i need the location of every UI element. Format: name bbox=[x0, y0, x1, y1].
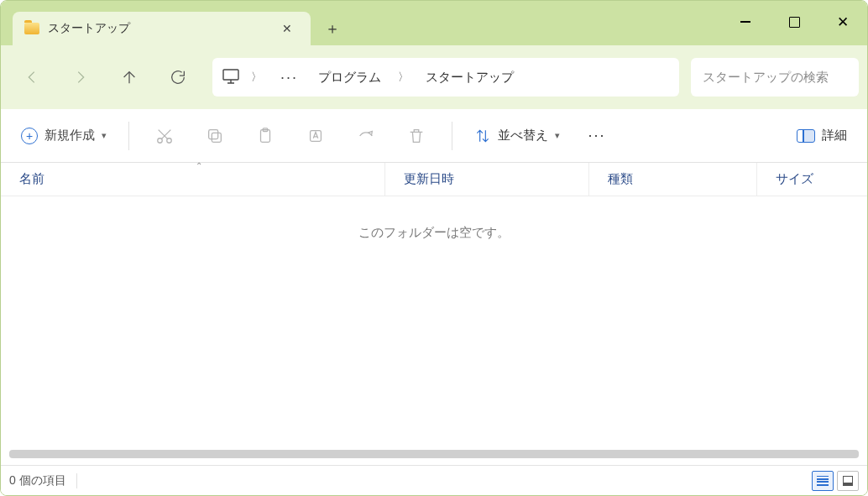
window-controls: ✕ bbox=[721, 1, 867, 43]
toolbar: + 新規作成 ▾ 並べ替え ▾ ··· 詳細 bbox=[1, 109, 867, 163]
forward-button[interactable] bbox=[58, 60, 103, 95]
new-tab-button[interactable]: ＋ bbox=[314, 12, 351, 45]
details-pane-label: 詳細 bbox=[822, 128, 847, 144]
pc-icon bbox=[221, 68, 241, 87]
status-separator bbox=[76, 473, 77, 488]
breadcrumb-item[interactable]: プログラム bbox=[311, 70, 388, 86]
details-view-button[interactable] bbox=[812, 471, 834, 491]
navigation-bar: 〉 ··· プログラム 〉 スタートアップ スタートアップの検索 bbox=[1, 45, 867, 109]
details-pane-button[interactable]: 詳細 bbox=[787, 119, 857, 153]
item-count: 0 個の項目 bbox=[9, 473, 66, 488]
breadcrumb-item[interactable]: スタートアップ bbox=[419, 70, 520, 86]
file-list-area[interactable]: このフォルダーは空です。 bbox=[1, 196, 867, 465]
svg-rect-3 bbox=[212, 133, 221, 142]
view-toggle bbox=[812, 471, 859, 491]
sort-button[interactable]: 並べ替え ▾ bbox=[464, 119, 570, 153]
share-button[interactable] bbox=[342, 119, 390, 153]
tab-title: スタートアップ bbox=[48, 21, 267, 36]
close-window-button[interactable]: ✕ bbox=[818, 1, 867, 43]
toolbar-separator bbox=[128, 122, 129, 150]
minimize-button[interactable] bbox=[721, 1, 770, 43]
status-bar: 0 個の項目 bbox=[1, 465, 867, 495]
tab-active[interactable]: スタートアップ ✕ bbox=[13, 12, 311, 45]
breadcrumb[interactable]: 〉 ··· プログラム 〉 スタートアップ bbox=[212, 58, 679, 97]
refresh-button[interactable] bbox=[155, 60, 201, 95]
plus-circle-icon: + bbox=[21, 128, 38, 144]
thumbnail-view-button[interactable] bbox=[837, 471, 859, 491]
copy-button[interactable] bbox=[191, 119, 238, 153]
tab-close-button[interactable]: ✕ bbox=[275, 17, 299, 40]
chevron-right-icon[interactable]: 〉 bbox=[246, 70, 267, 85]
column-headers: ⌃ 名前 更新日時 種類 サイズ bbox=[1, 163, 867, 196]
column-size[interactable]: サイズ bbox=[757, 163, 867, 196]
chevron-down-icon: ▾ bbox=[102, 130, 107, 141]
empty-folder-message: このフォルダーは空です。 bbox=[1, 225, 867, 241]
horizontal-scrollbar[interactable] bbox=[9, 450, 859, 458]
sort-indicator-icon: ⌃ bbox=[196, 161, 202, 170]
svg-rect-0 bbox=[223, 70, 238, 80]
column-name[interactable]: 名前 bbox=[1, 163, 385, 196]
details-pane-icon bbox=[797, 129, 815, 143]
delete-button[interactable] bbox=[393, 119, 440, 153]
paste-button[interactable] bbox=[242, 119, 289, 153]
search-input[interactable]: スタートアップの検索 bbox=[691, 58, 859, 97]
search-placeholder: スタートアップの検索 bbox=[703, 70, 829, 86]
cut-button[interactable] bbox=[141, 119, 188, 153]
chevron-down-icon: ▾ bbox=[555, 130, 560, 141]
new-button-label: 新規作成 bbox=[44, 128, 95, 144]
folder-icon bbox=[24, 23, 39, 34]
maximize-button[interactable] bbox=[770, 1, 818, 43]
sort-button-label: 並べ替え bbox=[498, 128, 548, 144]
column-modified[interactable]: 更新日時 bbox=[385, 163, 589, 196]
up-button[interactable] bbox=[107, 60, 152, 95]
chevron-right-icon[interactable]: 〉 bbox=[393, 70, 414, 85]
toolbar-separator bbox=[452, 122, 452, 150]
new-button[interactable]: + 新規作成 ▾ bbox=[11, 119, 117, 153]
column-type[interactable]: 種類 bbox=[589, 163, 757, 196]
titlebar: スタートアップ ✕ ＋ ✕ bbox=[1, 1, 867, 45]
more-button[interactable]: ··· bbox=[573, 119, 620, 153]
rename-button[interactable] bbox=[292, 119, 339, 153]
back-button[interactable] bbox=[9, 60, 55, 95]
svg-rect-4 bbox=[209, 129, 218, 138]
